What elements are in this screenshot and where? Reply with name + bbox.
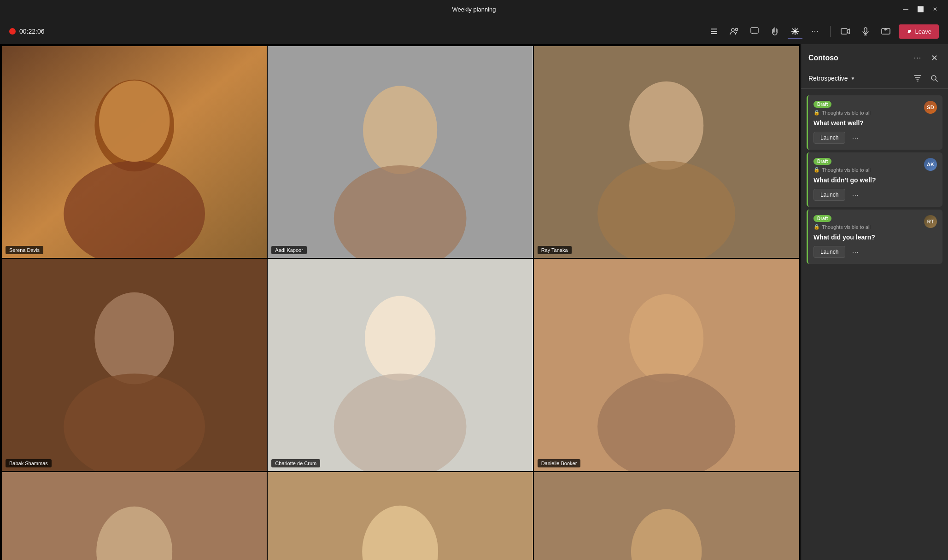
sidebar-panel: Contoso ··· ✕ Retrospective ▼ [801,44,948,560]
svg-point-25 [629,82,703,170]
video-feed-9 [534,472,799,560]
leave-button-label: Leave [915,28,931,35]
mic-toggle-icon[interactable] [858,24,873,39]
chevron-down-icon: ▼ [851,76,855,81]
minimize-button[interactable]: — [902,6,909,13]
video-feed-6 [534,259,799,471]
card-2-subtitle: 🔒 Thoughts visible to all [813,167,871,173]
video-cell-6: Danielle Booker [534,259,799,471]
people-list-icon[interactable] [707,24,721,39]
recording-dot [9,28,16,35]
card-2-launch-button[interactable]: Launch [813,189,845,201]
filter-icon[interactable] [911,72,924,85]
card-3-avatar: RT [924,215,937,228]
video-feed-3 [534,46,799,258]
card-2-more-icon[interactable]: ··· [849,188,862,201]
card-1-draft-badge: Draft [813,101,831,108]
card-3-question: What did you learn? [813,233,937,241]
card-2-avatar: AK [924,158,937,171]
video-cell-8: Nathan Rigby [268,472,533,560]
video-cell-2: Aadi Kapoor [268,46,533,258]
video-name-tag-2: Aadi Kapoor [271,246,307,254]
card-3-more-icon[interactable]: ··· [849,245,862,258]
video-grid: Serena Davis [0,44,801,560]
video-cell-7: Serena Ribeiro [2,472,267,560]
video-name-tag-3: Ray Tanaka [538,246,572,254]
svg-point-34 [629,294,703,383]
video-name-tag-6: Danielle Booker [538,459,581,467]
card-1-actions: Launch ··· [813,131,937,144]
svg-point-31 [365,296,435,381]
card-2-actions: Launch ··· [813,188,937,201]
more-actions-icon[interactable]: ··· [808,24,823,39]
svg-rect-12 [864,28,867,32]
maximize-button[interactable]: ⬜ [917,6,924,13]
video-feed-2 [268,46,533,258]
video-cell-3: Ray Tanaka [534,46,799,258]
card-2-top-row: Draft 🔒 Thoughts visible to all AK [813,158,937,173]
card-1-inner: Draft 🔒 Thoughts visible to all SD What … [808,95,942,150]
video-feed-5 [268,259,533,471]
card-3-inner: Draft 🔒 Thoughts visible to all RT What … [808,210,942,264]
card-2-draft-badge: Draft [813,158,831,165]
chat-icon[interactable] [747,24,762,39]
window-controls: — ⬜ ✕ [902,6,939,13]
video-name-tag-4: Babak Shammas [6,459,52,467]
title-bar: Weekly planning — ⬜ ✕ [0,0,948,18]
sidebar-title: Contoso [808,54,838,62]
lock-icon: 🔒 [813,110,820,116]
video-toggle-icon[interactable] [838,24,853,39]
card-2-inner: Draft 🔒 Thoughts visible to all AK What … [808,152,942,207]
sidebar-header-actions: ··· ✕ [911,52,941,64]
card-1-avatar: SD [924,101,937,114]
video-name-tag-5: Charlotte de Crum [271,459,320,467]
svg-point-4 [735,29,737,31]
toolbar-right: ··· [707,24,939,39]
close-button[interactable]: ✕ [931,6,939,13]
card-1-more-icon[interactable]: ··· [849,131,862,144]
lock-icon: 🔒 [813,224,820,230]
card-1-launch-button[interactable]: Launch [813,132,845,144]
toolbar: 00:22:06 [0,18,948,44]
svg-point-28 [94,292,174,384]
video-cell-5: Charlotte de Crum [268,259,533,471]
video-feed-1 [2,46,267,258]
video-cell-4: Babak Shammas [2,259,267,471]
svg-line-49 [936,80,937,82]
retro-bar: Retrospective ▼ [801,68,948,89]
card-3-actions: Launch ··· [813,245,937,258]
app-body: 00:22:06 [0,18,948,560]
svg-point-20 [99,81,170,162]
sidebar-close-icon[interactable]: ✕ [928,52,941,64]
hand-raise-icon[interactable] [767,24,782,39]
svg-point-10 [794,30,796,32]
video-feed-4 [2,259,267,471]
timer: 00:22:06 [19,28,45,35]
retrospective-label: Retrospective [808,75,848,82]
share-screen-icon[interactable] [878,24,893,39]
card-1-question: What went well? [813,119,937,127]
lock-icon: 🔒 [813,167,820,173]
card-1-top-row: Draft 🔒 Thoughts visible to all SD [813,101,937,116]
window-title: Weekly planning [452,6,496,13]
search-icon[interactable] [928,72,941,85]
card-2-question: What didn't go well? [813,176,937,184]
video-name-tag-1: Serena Davis [6,246,43,254]
video-feed-8 [268,472,533,560]
apps-icon[interactable] [788,24,802,39]
leave-button[interactable]: Leave [899,24,939,39]
card-3-launch-button[interactable]: Launch [813,246,845,258]
participants-icon[interactable] [727,24,742,39]
card-1-meta: Draft 🔒 Thoughts visible to all [813,101,871,116]
card-1: Draft 🔒 Thoughts visible to all SD What … [807,95,942,150]
card-3-draft-badge: Draft [813,215,831,222]
svg-rect-5 [751,28,758,33]
card-2: Draft 🔒 Thoughts visible to all AK What … [807,152,942,207]
svg-rect-1 [711,31,717,32]
svg-rect-2 [711,33,717,34]
retrospective-dropdown[interactable]: Retrospective ▼ [808,75,855,82]
video-cell-1: Serena Davis [2,46,267,258]
card-3-subtitle: 🔒 Thoughts visible to all [813,224,871,230]
card-2-meta: Draft 🔒 Thoughts visible to all [813,158,871,173]
sidebar-more-icon[interactable]: ··· [911,52,924,64]
